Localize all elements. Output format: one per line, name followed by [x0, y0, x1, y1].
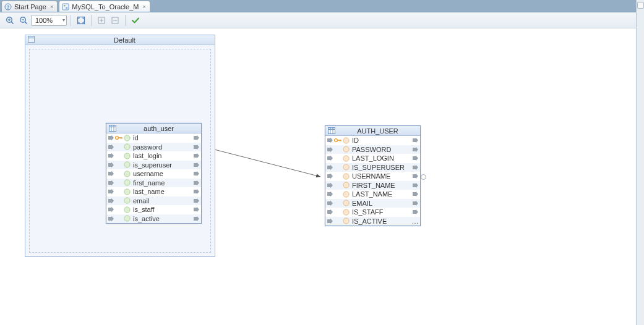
- svg-point-55: [343, 209, 348, 215]
- column-name: password: [132, 143, 193, 151]
- port-in-icon[interactable]: [327, 146, 333, 153]
- table-column-row[interactable]: email: [106, 196, 201, 206]
- more-icon[interactable]: …: [411, 217, 419, 225]
- port-out-icon[interactable]: [193, 144, 200, 150]
- port-in-icon[interactable]: [108, 180, 114, 186]
- port-out-icon[interactable]: [412, 182, 419, 188]
- table-node-header[interactable]: auth_user: [106, 124, 201, 133]
- port-out-icon[interactable]: [193, 188, 200, 195]
- table-column-row[interactable]: last_login: [106, 151, 201, 161]
- primary-key-icon: [333, 154, 342, 162]
- table-column-row[interactable]: PASSWORD: [325, 145, 420, 154]
- port-out-icon[interactable]: [193, 198, 200, 204]
- port-in-icon[interactable]: [327, 191, 333, 197]
- port-out-icon[interactable]: [412, 173, 419, 179]
- table-column-row[interactable]: is_staff: [106, 205, 201, 214]
- table-column-row[interactable]: EMAIL: [325, 199, 420, 208]
- close-icon[interactable]: ×: [142, 4, 145, 10]
- port-out-icon[interactable]: [193, 153, 200, 159]
- port-in-icon[interactable]: [108, 135, 114, 141]
- table-icon: [109, 125, 116, 132]
- schema-group-default[interactable]: Default auth_user idpasswordlast_loginis…: [25, 35, 215, 257]
- table-node-source[interactable]: auth_user idpasswordlast_loginis_superus…: [106, 123, 202, 224]
- port-out-icon[interactable]: [412, 146, 419, 153]
- port-out-icon[interactable]: [412, 155, 419, 161]
- port-in-icon[interactable]: [108, 206, 114, 213]
- port-in-icon[interactable]: [108, 198, 114, 204]
- primary-key-icon: [114, 188, 123, 195]
- port-out-icon[interactable]: [412, 191, 419, 197]
- table-column-row[interactable]: ID: [325, 136, 420, 145]
- port-in-icon[interactable]: [327, 173, 333, 179]
- port-in-icon[interactable]: [108, 144, 114, 150]
- port-in-icon[interactable]: [108, 171, 114, 177]
- port-out-icon[interactable]: [412, 137, 419, 143]
- schema-group-header[interactable]: Default: [25, 35, 215, 45]
- table-column-row[interactable]: username: [106, 169, 201, 179]
- table-node-header[interactable]: AUTH_USER: [325, 126, 420, 136]
- connection-endpoint[interactable]: [421, 174, 426, 180]
- column-type-icon: [123, 152, 131, 159]
- column-type-icon: [123, 197, 131, 205]
- tab-strip: ? Start Page × MySQL_To_Oracle_M ×: [0, 0, 644, 12]
- table-column-row[interactable]: LAST_NAME: [325, 190, 420, 199]
- table-node-target[interactable]: AUTH_USER IDPASSWORDLAST_LOGINIS_SUPERUS…: [325, 125, 421, 226]
- column-type-icon: [342, 217, 350, 225]
- tab-start-page[interactable]: ? Start Page ×: [1, 1, 58, 12]
- port-in-icon[interactable]: [327, 209, 333, 215]
- primary-key-icon: [114, 170, 123, 177]
- chevron-down-icon: ▾: [62, 17, 65, 23]
- zoom-out-button[interactable]: [17, 14, 30, 27]
- port-in-icon[interactable]: [327, 182, 333, 188]
- svg-rect-45: [340, 140, 340, 141]
- port-in-icon[interactable]: [108, 216, 114, 222]
- tab-label: Start Page: [14, 3, 46, 11]
- port-out-icon[interactable]: [193, 216, 200, 222]
- port-in-icon[interactable]: [327, 155, 333, 161]
- right-gutter-button[interactable]: [637, 2, 644, 9]
- zoom-combo[interactable]: 100% ▾: [31, 15, 67, 26]
- table-column-row[interactable]: FIRST_NAME: [325, 181, 420, 190]
- close-icon[interactable]: ×: [50, 4, 53, 10]
- table-column-row[interactable]: is_active: [106, 214, 201, 224]
- table-column-row[interactable]: LAST_LOGIN: [325, 154, 420, 163]
- table-column-row[interactable]: first_name: [106, 179, 201, 188]
- mapping-canvas[interactable]: Default auth_user idpasswordlast_loginis…: [0, 28, 636, 325]
- port-out-icon[interactable]: [193, 135, 200, 141]
- svg-text:?: ?: [7, 4, 10, 10]
- port-in-icon[interactable]: [327, 200, 333, 206]
- table-column-row[interactable]: IS_STAFF: [325, 208, 420, 217]
- fit-to-window-button[interactable]: [75, 14, 87, 27]
- table-column-row[interactable]: password: [106, 143, 201, 152]
- port-out-icon[interactable]: [412, 209, 419, 215]
- expand-button[interactable]: [95, 14, 108, 27]
- port-out-icon[interactable]: [412, 200, 419, 206]
- port-out-icon[interactable]: [193, 162, 200, 168]
- table-column-row[interactable]: IS_ACTIVE…: [325, 217, 420, 226]
- port-out-icon[interactable]: [193, 171, 200, 177]
- table-column-row[interactable]: USERNAME: [325, 172, 420, 181]
- port-out-icon[interactable]: [193, 180, 200, 186]
- port-out-icon[interactable]: [412, 164, 419, 171]
- port-in-icon[interactable]: [108, 162, 114, 168]
- port-in-icon[interactable]: [108, 188, 114, 195]
- zoom-value: 100%: [35, 17, 53, 24]
- table-column-row[interactable]: last_name: [106, 187, 201, 196]
- primary-key-icon: [114, 143, 123, 151]
- port-in-icon[interactable]: [327, 137, 333, 143]
- table-column-row[interactable]: IS_SUPERUSER: [325, 163, 420, 172]
- port-in-icon[interactable]: [327, 164, 333, 171]
- port-in-icon[interactable]: [327, 218, 333, 224]
- schema-group-title: Default: [35, 36, 215, 44]
- tab-mapping-doc[interactable]: MySQL_To_Oracle_M ×: [59, 1, 150, 12]
- table-column-row[interactable]: id: [106, 133, 201, 143]
- validate-button[interactable]: [129, 14, 142, 27]
- port-out-icon[interactable]: [193, 206, 200, 213]
- collapse-button[interactable]: [109, 14, 121, 27]
- primary-key-icon: [333, 137, 342, 144]
- svg-rect-27: [121, 137, 121, 139]
- svg-point-48: [343, 146, 348, 152]
- port-in-icon[interactable]: [108, 153, 114, 159]
- zoom-in-button[interactable]: [4, 14, 16, 27]
- table-column-row[interactable]: is_superuser: [106, 161, 201, 170]
